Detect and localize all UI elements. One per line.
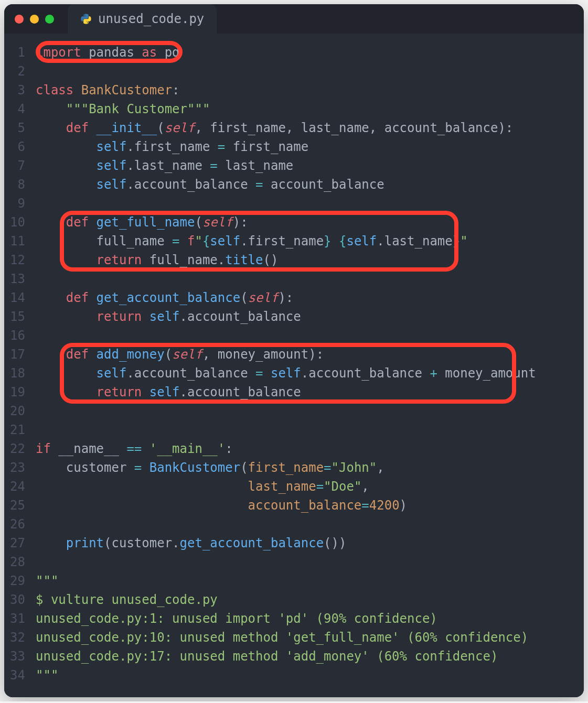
code-line[interactable]: 23 customer = BankCustomer(first_name="J… — [4, 458, 584, 477]
close-window-button[interactable] — [15, 15, 24, 24]
line-number: 13 — [4, 269, 36, 288]
code-token — [89, 347, 96, 362]
code-content[interactable]: class BankCustomer: — [36, 81, 584, 100]
code-token: } — [324, 234, 331, 248]
code-token — [142, 309, 149, 324]
code-content[interactable]: customer = BankCustomer(first_name="John… — [36, 458, 584, 477]
code-token: " — [460, 234, 467, 248]
code-content[interactable]: return self.account_balance — [36, 307, 584, 326]
code-token: return — [97, 253, 142, 267]
code-line[interactable]: 29""" — [4, 571, 584, 590]
code-token — [36, 347, 66, 362]
code-line[interactable]: 14 def get_account_balance(self): — [4, 288, 584, 307]
code-content[interactable]: """Bank Customer""" — [36, 100, 584, 118]
code-content[interactable]: if __name__ == '__main__': — [36, 439, 584, 458]
code-token: """ — [36, 574, 58, 588]
code-token: def — [66, 347, 89, 362]
code-line[interactable]: 22if __name__ == '__main__': — [4, 439, 584, 458]
code-line[interactable]: 31unused_code.py:1: unused import 'pd' (… — [4, 609, 584, 628]
code-content[interactable]: full_name = f"{self.first_name} {self.la… — [36, 232, 584, 251]
code-content[interactable]: unused_code.py:1: unused import 'pd' (90… — [36, 609, 584, 628]
code-line[interactable]: 8 self.account_balance = account_balance — [4, 175, 584, 194]
code-token — [36, 102, 66, 116]
code-token: class — [36, 83, 73, 98]
code-line[interactable]: 21 — [4, 420, 584, 439]
line-number: 5 — [4, 118, 36, 137]
code-content[interactable]: def get_full_name(self): — [36, 213, 584, 232]
code-line[interactable]: 9 — [4, 194, 584, 213]
code-token: as — [142, 45, 157, 60]
code-line[interactable]: 12 return full_name.title() — [4, 251, 584, 269]
code-content[interactable]: print(customer.get_account_balance()) — [36, 534, 584, 553]
code-token: full_name. — [142, 253, 225, 267]
code-token: account_balance — [248, 498, 362, 513]
code-token — [36, 385, 97, 399]
code-line[interactable]: 32unused_code.py:10: unused method 'get_… — [4, 628, 584, 647]
line-number: 11 — [4, 232, 36, 251]
code-content[interactable]: unused_code.py:17: unused method 'add_mo… — [36, 647, 584, 666]
code-line[interactable]: 27 print(customer.get_account_balance()) — [4, 534, 584, 553]
code-line[interactable]: 19 return self.account_balance — [4, 383, 584, 402]
code-line[interactable]: 1import pandas as pd — [4, 43, 584, 62]
code-token: """Bank Customer""" — [66, 102, 210, 116]
code-line[interactable]: 33unused_code.py:17: unused method 'add_… — [4, 647, 584, 666]
code-content[interactable]: self.account_balance = self.account_bala… — [36, 364, 584, 383]
code-content[interactable]: """ — [36, 666, 584, 685]
code-line[interactable]: 24 last_name="Doe", — [4, 477, 584, 496]
code-editor[interactable]: 1import pandas as pd23class BankCustomer… — [4, 34, 584, 697]
code-token: unused_code.py:17: unused method 'add_mo… — [36, 649, 498, 664]
maximize-window-button[interactable] — [45, 15, 54, 24]
code-line[interactable]: 17 def add_money(self, money_amount): — [4, 345, 584, 364]
code-token: ( — [165, 347, 172, 362]
code-content[interactable]: self.first_name = first_name — [36, 137, 584, 156]
code-content[interactable]: unused_code.py:10: unused method 'get_fu… — [36, 628, 584, 647]
code-content[interactable]: return full_name.title() — [36, 251, 584, 269]
code-content[interactable]: account_balance=4200) — [36, 496, 584, 515]
code-content[interactable]: self.account_balance = account_balance — [36, 175, 584, 194]
code-content[interactable]: def add_money(self, money_amount): — [36, 345, 584, 364]
code-line[interactable]: 20 — [4, 402, 584, 420]
code-line[interactable]: 7 self.last_name = last_name — [4, 156, 584, 175]
code-line[interactable]: 5 def __init__(self, first_name, last_na… — [4, 118, 584, 137]
code-content[interactable]: """ — [36, 571, 584, 590]
code-line[interactable]: 13 — [4, 269, 584, 288]
code-token: .account_balance — [126, 366, 255, 381]
code-token: = — [255, 366, 263, 381]
code-line[interactable]: 11 full_name = f"{self.first_name} {self… — [4, 232, 584, 251]
code-content[interactable]: self.last_name = last_name — [36, 156, 584, 175]
code-line[interactable]: 34""" — [4, 666, 584, 685]
editor-window: unused_code.py 1import pandas as pd23cla… — [4, 4, 584, 697]
code-line[interactable]: 30$ vulture unused_code.py — [4, 590, 584, 609]
minimize-window-button[interactable] — [30, 15, 39, 24]
code-line[interactable]: 3class BankCustomer: — [4, 81, 584, 100]
line-number: 14 — [4, 288, 36, 307]
code-token: { — [339, 234, 346, 248]
code-token: (customer. — [104, 536, 180, 550]
code-line[interactable]: 4 """Bank Customer""" — [4, 100, 584, 118]
code-content[interactable]: return self.account_balance — [36, 383, 584, 402]
code-token: self — [97, 366, 127, 381]
code-token: customer — [36, 460, 134, 475]
code-content[interactable]: $ vulture unused_code.py — [36, 590, 584, 609]
code-line[interactable]: 18 self.account_balance = self.account_b… — [4, 364, 584, 383]
code-token: .account_balance — [180, 309, 301, 324]
code-line[interactable]: 15 return self.account_balance — [4, 307, 584, 326]
code-line[interactable]: 16 — [4, 326, 584, 345]
code-line[interactable]: 25 account_balance=4200) — [4, 496, 584, 515]
code-token: 4200 — [369, 498, 400, 513]
code-content[interactable]: import pandas as pd — [36, 43, 584, 62]
code-token: + — [430, 366, 437, 381]
line-number: 8 — [4, 175, 36, 194]
code-content[interactable]: last_name="Doe", — [36, 477, 584, 496]
code-token — [263, 366, 270, 381]
code-content[interactable]: def get_account_balance(self): — [36, 288, 584, 307]
code-line[interactable]: 10 def get_full_name(self): — [4, 213, 584, 232]
code-line[interactable]: 6 self.first_name = first_name — [4, 137, 584, 156]
code-token: title — [225, 253, 263, 267]
file-tab[interactable]: unused_code.py — [68, 4, 217, 34]
code-token: self — [248, 290, 279, 305]
code-content[interactable]: def __init__(self, first_name, last_name… — [36, 118, 584, 137]
code-line[interactable]: 28 — [4, 553, 584, 571]
code-line[interactable]: 26 — [4, 515, 584, 534]
code-line[interactable]: 2 — [4, 62, 584, 81]
